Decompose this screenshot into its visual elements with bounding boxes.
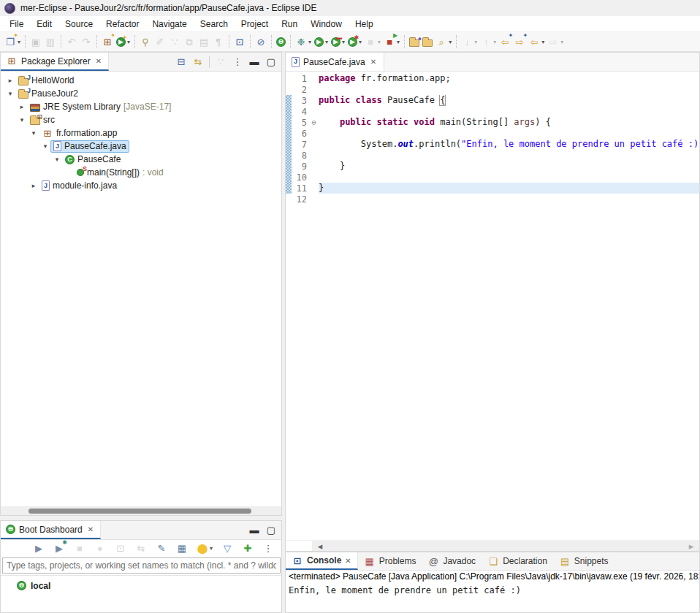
tree-item-fr-formation-app[interactable]: ▾⊞fr.formation.app — [1, 126, 281, 140]
tree-item-pausejour2[interactable]: ▾JPauseJour2 — [1, 87, 281, 100]
dropdown-arrow-icon[interactable]: ▾ — [493, 39, 496, 45]
link-with-editor-button[interactable]: ⇆ — [192, 56, 204, 68]
new-java-project-button[interactable]: ⊞✦ — [100, 34, 115, 50]
dropdown-arrow-icon[interactable]: ▾ — [210, 545, 213, 552]
tab-boot-dashboard[interactable]: Ɵ Boot Dashboard ✕ — [1, 521, 101, 539]
tree-expanded-icon[interactable]: ▾ — [28, 129, 39, 137]
dropdown-arrow-icon[interactable]: ▾ — [342, 39, 345, 45]
dropdown-arrow-icon[interactable]: ▾ — [359, 39, 362, 45]
collapse-all-button[interactable]: ⊟ — [175, 56, 187, 68]
menu-source[interactable]: Source — [58, 18, 99, 31]
tab-problems[interactable]: ▦Problems — [358, 552, 422, 570]
spring-boot-button[interactable]: Ɵ — [275, 34, 287, 50]
close-icon[interactable]: ✕ — [345, 557, 351, 565]
tree-item-helloworld[interactable]: ▸JHelloWorld — [1, 74, 281, 87]
tree-item-src[interactable]: ▾⊞src — [1, 113, 281, 126]
code-line-1[interactable]: 1package fr.formation.app; — [286, 73, 699, 84]
console-monitor-button[interactable]: ⊡ — [232, 34, 247, 50]
torch-button[interactable]: ⌕▾ — [434, 34, 453, 50]
search-slash-button[interactable]: ⊘ — [254, 34, 268, 50]
run-button[interactable]: ▶▾ — [313, 34, 330, 50]
code-line-9[interactable]: 9 } — [286, 161, 699, 172]
boot-item-local[interactable]: Ɵlocal — [1, 579, 281, 593]
menu-refactor[interactable]: Refactor — [99, 18, 145, 31]
dropdown-arrow-icon[interactable]: ▾ — [308, 39, 311, 45]
menu-help[interactable]: Help — [349, 18, 380, 31]
tree-collapsed-icon[interactable]: ▸ — [17, 103, 27, 110]
tree-item-module-info-java[interactable]: ▸Jmodule-info.java — [1, 179, 281, 192]
scrollbar-thumb[interactable] — [28, 509, 251, 514]
open-task-button[interactable]: ⚲ — [138, 34, 153, 50]
dropdown-arrow-icon[interactable]: ▾ — [18, 39, 20, 45]
tab-snippets[interactable]: ▤Snippets — [553, 552, 615, 570]
tab-declaration[interactable]: ❏Declaration — [482, 552, 553, 570]
code-line-5[interactable]: 5⊖ public static void main(String[] args… — [286, 117, 699, 128]
dropdown-arrow-icon[interactable]: ▾ — [397, 39, 400, 45]
code-line-11[interactable]: 11} — [286, 183, 699, 194]
profile-button[interactable]: ▶✱▾ — [346, 34, 363, 50]
dropdown-arrow-icon[interactable]: ▾ — [541, 39, 544, 45]
code-line-12[interactable]: 12 — [286, 194, 699, 205]
restart-button[interactable]: ▶ — [31, 541, 46, 556]
code-line-7[interactable]: 7 System.out.println("Enfin, le moment d… — [286, 139, 699, 150]
fold-minus-icon[interactable]: ⊖ — [309, 118, 319, 126]
add-plus-button[interactable]: ✚ — [240, 541, 255, 556]
redebug-button[interactable]: ▶✱ — [52, 541, 66, 556]
close-icon[interactable]: ✕ — [94, 56, 103, 66]
properties-table-button[interactable]: ▦ — [175, 541, 189, 556]
tab-console[interactable]: ⊡Console✕ — [286, 552, 358, 570]
dropdown-arrow-icon[interactable]: ▾ — [560, 39, 563, 45]
code-line-8[interactable]: 8 — [286, 150, 699, 161]
tree-item-jre-system-library[interactable]: ▸JRE System Library [JavaSE-17] — [1, 100, 281, 113]
back-button[interactable]: ⇦▾ — [527, 34, 546, 50]
filter-funnel-button[interactable]: ▽ — [220, 541, 235, 556]
maximize-button[interactable]: ▢ — [265, 525, 277, 536]
code-line-10[interactable]: 10 — [286, 172, 699, 183]
menu-navigate[interactable]: Navigate — [145, 18, 193, 31]
close-icon[interactable]: ✕ — [369, 57, 378, 66]
dropdown-arrow-icon[interactable]: ▾ — [474, 39, 477, 45]
tree-expanded-icon[interactable]: ▾ — [40, 142, 50, 150]
menu-file[interactable]: File — [3, 18, 30, 31]
tab-package-explorer[interactable]: ⊞ Package Explorer ✕ — [1, 53, 109, 71]
last-edit-location-button[interactable]: ⇦✦ — [498, 34, 512, 50]
view-menu-button[interactable]: ⋮ — [261, 541, 275, 556]
minimize-button[interactable]: ▬ — [248, 56, 260, 68]
tree-expanded-icon[interactable]: ▾ — [5, 90, 15, 97]
tab-javadoc[interactable]: @Javadoc — [422, 552, 482, 570]
tab-pausecafe-java[interactable]: J PauseCafe.java ✕ — [286, 53, 384, 71]
tree-collapsed-icon[interactable]: ▸ — [28, 182, 39, 189]
coverage-button[interactable]: ▶▬▾ — [330, 34, 346, 50]
minimize-button[interactable]: ▬ — [248, 525, 260, 536]
menu-edit[interactable]: Edit — [30, 18, 58, 31]
menu-project[interactable]: Project — [235, 18, 275, 31]
close-icon[interactable]: ✕ — [86, 525, 95, 534]
tree-expanded-icon[interactable]: ▾ — [52, 156, 62, 163]
console-output[interactable]: Enfin, le moment de prendre un petit caf… — [286, 584, 699, 612]
edit-config-button[interactable]: ✎ — [154, 541, 169, 556]
new-java-class-button[interactable]: ▶✦▾ — [115, 34, 132, 50]
dropdown-arrow-icon[interactable]: ▾ — [378, 39, 381, 45]
code-editor[interactable]: 1package fr.formation.app;23public class… — [286, 72, 699, 540]
maximize-button[interactable]: ▢ — [265, 56, 277, 68]
debug-bug-button[interactable]: ❉▾ — [294, 34, 313, 50]
dropdown-arrow-icon[interactable]: ▾ — [325, 39, 328, 45]
code-line-6[interactable]: 6 — [286, 128, 699, 139]
dropdown-arrow-icon[interactable]: ▾ — [127, 39, 130, 45]
tree-item-pausecafe[interactable]: ▾CPauseCafe — [1, 153, 281, 166]
new-wizard-button[interactable]: ❐✦▾ — [3, 34, 22, 50]
package-explorer-hscrollbar[interactable] — [1, 506, 281, 515]
editor-hscrollbar[interactable]: ◂ ▸ — [286, 540, 699, 551]
code-line-2[interactable]: 2 — [286, 84, 699, 95]
open-type-button[interactable]: ● — [408, 34, 421, 50]
tree-collapsed-icon[interactable]: ▸ — [5, 77, 15, 84]
tree-item-main-string-[interactable]: Smain(String[]) : void — [1, 166, 281, 179]
tree-expanded-icon[interactable]: ▾ — [17, 116, 27, 123]
view-menu-button[interactable]: ⋮ — [232, 56, 243, 68]
relaunch-button[interactable]: ■▶▾ — [382, 34, 401, 50]
menu-run[interactable]: Run — [275, 18, 304, 31]
code-line-4[interactable]: 4 — [286, 106, 699, 117]
open-resource-button[interactable] — [421, 34, 434, 50]
tree-item-pausecafe-java[interactable]: ▾JPauseCafe.java — [1, 140, 281, 153]
lightbulb-button[interactable]: ⬤▾ — [195, 541, 214, 556]
